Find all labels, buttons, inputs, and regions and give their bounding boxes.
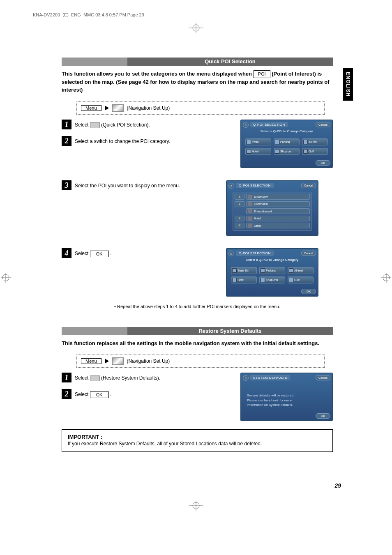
step-2-number: 2 <box>62 136 71 146</box>
page-number: 29 <box>334 482 341 489</box>
nav-setup-label: (Navigation Set Up) <box>127 105 170 111</box>
home-icon: ⌂ <box>243 122 249 128</box>
line-up-icon: ▲ <box>235 201 244 207</box>
li-ent: Entertainment <box>254 210 272 213</box>
menu-box: Menu <box>81 105 101 111</box>
screen2-title: Q-POI SELECTION <box>236 183 274 188</box>
home-icon-3: ⌂ <box>228 251 234 256</box>
btn-golf: Golf <box>302 148 328 155</box>
reg-mark-left <box>0 272 12 283</box>
screen-qpoi-1: ⌂ Q-POI SELECTION Cancel Select a Q-POI … <box>240 120 333 168</box>
step-3-number: 3 <box>62 180 71 190</box>
screen1-title: Q-POI SELECTION <box>250 122 288 127</box>
nav-setup-icon <box>112 104 124 112</box>
btn-allrest: All rest <box>302 138 328 145</box>
screen4-cancel: Cancel <box>316 375 330 380</box>
step2b-post: . <box>110 391 111 397</box>
nav-setup-label-2: (Navigation Set Up) <box>127 358 170 364</box>
step-4-text: Select OK . <box>75 248 111 258</box>
btn-trainstn: Train Stn <box>231 267 257 274</box>
screen-qpoi-3: ⌂ Q-POI SELECTION Cancel Select a Q-POI … <box>226 248 318 297</box>
screen3-ok: OK <box>301 289 316 294</box>
qpoi-icon <box>90 122 100 128</box>
language-tab: ENGLISH <box>343 68 353 101</box>
msg3: information on System defaults. <box>247 403 326 407</box>
btn-parking-2: Parking <box>259 267 285 274</box>
btn-parking: Parking <box>274 138 300 145</box>
list-row: Entertainment <box>235 208 310 214</box>
screen4-ok: OK <box>316 413 330 419</box>
step1-post: (Quick POI Selection). <box>101 122 150 128</box>
important-title: IMPORTANT : <box>68 434 327 440</box>
step1-pre: Select <box>75 122 88 128</box>
list-row: ▲ Automotive <box>235 194 310 200</box>
list-row: ▼ Other <box>235 223 310 229</box>
page-up-icon: ▲ <box>235 194 244 200</box>
btn-golf-2: Golf <box>288 276 314 283</box>
intro-line-1: This function allows you to set the cate… <box>62 71 252 77</box>
page-down-icon: ▼ <box>235 223 244 228</box>
section-title-text-2: Restore System Defaults <box>127 327 333 335</box>
list-row: ▲ Community <box>235 201 310 207</box>
intro-text: This function allows you to set the cate… <box>62 70 333 94</box>
msg2: Please see handbook for more <box>247 398 326 403</box>
screen-qpoi-2: ⌂ Q-POI SELECTION Cancel ▲ Automotive ▲ … <box>226 180 318 236</box>
important-box: IMPORTANT : If you execute Restore Syste… <box>62 429 333 452</box>
reg-mark-right <box>380 272 392 283</box>
step-3-text: Select the POI you want to display on th… <box>75 180 180 190</box>
ok-box: OK <box>90 251 109 257</box>
msg1: System defaults will be restored. <box>247 393 326 398</box>
section-title-qpoi: Quick POI Selection <box>62 58 333 66</box>
step4-post: . <box>110 251 111 256</box>
screen1-cancel: Cancel <box>316 122 330 127</box>
line-down-icon: ▼ <box>235 216 244 221</box>
screen3-sub: Select a Q-POI to Change Category <box>227 258 318 262</box>
step-2b-number: 2 <box>62 389 71 399</box>
menu-box-2: Menu <box>81 358 101 364</box>
sysdef-msg: System defaults will be restored. Please… <box>247 393 326 407</box>
step-1-text: Select (Quick POI Selection). <box>75 120 150 129</box>
arrow-icon <box>105 106 109 111</box>
li-auto: Automotive <box>254 196 268 198</box>
screen3-cancel: Cancel <box>301 251 316 256</box>
btn-hotel-2: Hotel <box>231 276 257 283</box>
step1b-post: (Restore System Defaults). <box>101 375 160 381</box>
btn-allrest-2: All rest <box>288 267 314 274</box>
screen2-cancel: Cancel <box>301 183 316 188</box>
step-1b-number: 1 <box>62 373 71 382</box>
screen1-ok: OK <box>316 160 330 166</box>
list-row: ▼ Hotel <box>235 216 310 222</box>
step-1b-text: Select (Restore System Defaults). <box>75 373 160 382</box>
intro-text-2: This function replaces all the settings … <box>62 339 333 348</box>
menu-path: Menu (Navigation Set Up) <box>76 101 325 115</box>
arrow-icon-2 <box>105 359 109 364</box>
btn-shopcntr: Shop cntr <box>274 148 300 155</box>
screen1-sub: Select a Q-POI to Change Category <box>241 129 332 133</box>
important-text: If you execute Restore System Defaults, … <box>68 440 327 447</box>
screen4-title: SYSTEM DEFAULTS <box>250 375 290 380</box>
step1b-pre: Select <box>75 375 88 381</box>
btn-hotel: Hotel <box>245 148 271 155</box>
btn-shopcntr-2: Shop cntr <box>259 276 285 283</box>
step2b-pre: Select <box>75 391 88 397</box>
reg-mark-top <box>0 22 392 34</box>
ok-box-2: OK <box>90 391 109 398</box>
reg-mark-bottom <box>0 500 392 511</box>
screen3-title: Q-POI SELECTION <box>236 251 274 256</box>
step-4-number: 4 <box>62 248 71 258</box>
repeat-note: • Repeat the above steps 1 to 4 to add f… <box>62 304 333 309</box>
menu-path-2: Menu (Navigation Set Up) <box>76 355 325 368</box>
header-line: KNA-DV2200_(E)_ENG_MMC 03.4.8 0:57 PM Pa… <box>33 12 144 17</box>
nav-setup-icon-2 <box>112 357 124 365</box>
list-panel: ▲ Automotive ▲ Community Entertainment ▼… <box>233 192 312 231</box>
step-1-number: 1 <box>62 120 71 129</box>
poi-box: POI <box>254 70 270 78</box>
btn-petrol: Petrol <box>245 138 271 145</box>
step-2b-text: Select OK . <box>75 389 111 398</box>
screen-sysdef: ⌂ SYSTEM DEFAULTS Cancel System defaults… <box>240 373 333 421</box>
li-other: Other <box>254 224 261 227</box>
home-icon-2: ⌂ <box>228 183 234 189</box>
restore-icon <box>90 375 100 381</box>
step-2-text: Select a switch to change the POI catego… <box>75 136 170 145</box>
home-icon-4: ⌂ <box>243 375 249 381</box>
